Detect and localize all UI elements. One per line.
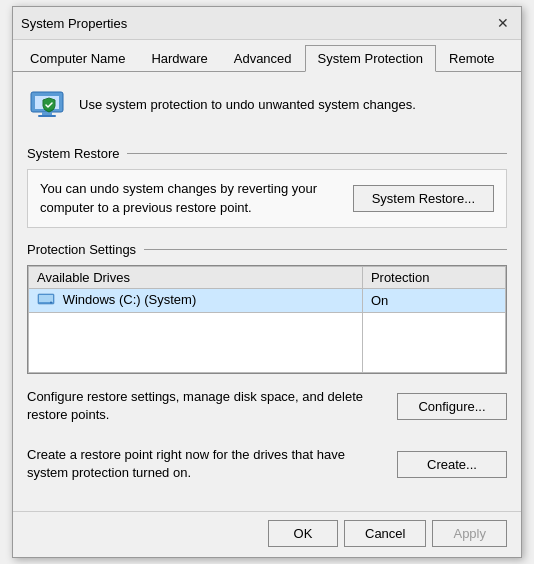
system-restore-section: System Restore You can undo system chang… bbox=[27, 146, 507, 227]
svg-rect-3 bbox=[38, 115, 56, 117]
table-empty-row bbox=[29, 312, 506, 372]
system-restore-button[interactable]: System Restore... bbox=[353, 185, 494, 212]
create-description: Create a restore point right now for the… bbox=[27, 446, 383, 482]
restore-row: You can undo system changes by reverting… bbox=[40, 180, 494, 216]
header-section: Use system protection to undo unwanted s… bbox=[27, 84, 507, 132]
tab-remote[interactable]: Remote bbox=[436, 45, 508, 72]
create-row: Create a restore point right now for the… bbox=[27, 440, 507, 488]
col-protection: Protection bbox=[362, 266, 505, 288]
configure-row: Configure restore settings, manage disk … bbox=[27, 382, 507, 430]
header-description: Use system protection to undo unwanted s… bbox=[79, 97, 416, 112]
protection-settings-section: Protection Settings Available Drives Pro… bbox=[27, 242, 507, 374]
svg-rect-5 bbox=[39, 295, 53, 302]
drives-table: Available Drives Protection bbox=[28, 266, 506, 373]
create-button[interactable]: Create... bbox=[397, 451, 507, 478]
svg-point-6 bbox=[50, 301, 52, 303]
tab-computer-name[interactable]: Computer Name bbox=[17, 45, 138, 72]
cancel-button[interactable]: Cancel bbox=[344, 520, 426, 547]
configure-button[interactable]: Configure... bbox=[397, 393, 507, 420]
window-title: System Properties bbox=[21, 16, 127, 31]
drives-table-wrapper: Available Drives Protection bbox=[27, 265, 507, 374]
tab-content-system-protection: Use system protection to undo unwanted s… bbox=[13, 72, 521, 510]
footer: OK Cancel Apply bbox=[13, 511, 521, 557]
title-bar: System Properties ✕ bbox=[13, 7, 521, 40]
table-row[interactable]: Windows (C:) (System) On bbox=[29, 288, 506, 312]
tab-system-protection[interactable]: System Protection bbox=[305, 45, 437, 72]
system-properties-window: System Properties ✕ Computer Name Hardwa… bbox=[12, 6, 522, 557]
close-button[interactable]: ✕ bbox=[493, 13, 513, 33]
protection-settings-label: Protection Settings bbox=[27, 242, 507, 257]
drive-name-cell: Windows (C:) (System) bbox=[29, 288, 363, 312]
system-restore-label: System Restore bbox=[27, 146, 507, 161]
ok-button[interactable]: OK bbox=[268, 520, 338, 547]
system-protection-icon bbox=[27, 84, 67, 124]
svg-rect-2 bbox=[42, 112, 52, 115]
configure-description: Configure restore settings, manage disk … bbox=[27, 388, 383, 424]
drive-icon bbox=[37, 292, 55, 309]
system-restore-description: You can undo system changes by reverting… bbox=[40, 180, 339, 216]
protection-status-cell: On bbox=[362, 288, 505, 312]
apply-button[interactable]: Apply bbox=[432, 520, 507, 547]
col-available-drives: Available Drives bbox=[29, 266, 363, 288]
tab-advanced[interactable]: Advanced bbox=[221, 45, 305, 72]
drive-label: Windows (C:) (System) bbox=[63, 292, 197, 307]
tab-bar: Computer Name Hardware Advanced System P… bbox=[13, 40, 521, 72]
tab-hardware[interactable]: Hardware bbox=[138, 45, 220, 72]
system-restore-block: You can undo system changes by reverting… bbox=[27, 169, 507, 227]
